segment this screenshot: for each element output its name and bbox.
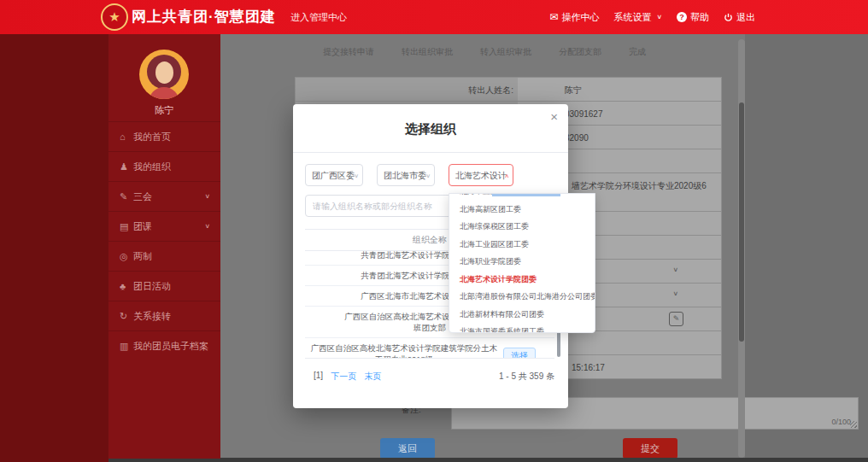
org-level-selects: 团广西区委 ∨ 团北海市委 ∨ 北海艺术设计 ∧ <box>305 164 513 186</box>
power-icon <box>724 13 733 22</box>
logout-button[interactable]: 退出 <box>724 11 755 24</box>
operation-center-button[interactable]: ✉ 操作中心 <box>549 11 599 24</box>
resize-handle-icon[interactable] <box>850 421 857 428</box>
sidebar-nav: ⌂我的首页 ♟我的组织 ✎三会 ∨ ▤团课 ∨ ◎两制 ♣团日活动 ↻关系接转 <box>108 121 220 360</box>
chevron-down-icon: ∨ <box>354 167 359 185</box>
envelope-icon: ✉ <box>549 11 558 23</box>
sidebar-username: 陈宁 <box>108 104 220 117</box>
edit-icon[interactable]: ✎ <box>669 312 683 326</box>
close-icon[interactable]: × <box>550 109 558 124</box>
step-label: 完成 <box>629 46 646 58</box>
home-icon: ⌂ <box>120 122 133 151</box>
dropdown-item[interactable]: 北部湾港股份有限公司北海港分公司团委 <box>449 288 595 306</box>
chevron-down-icon: ∨ <box>672 266 678 273</box>
page-number[interactable]: [1] <box>314 371 323 383</box>
step-label: 提交接转申请 <box>323 46 374 58</box>
table-scrollbar-thumb[interactable] <box>557 331 560 357</box>
city-select[interactable]: 团北海市委 ∨ <box>377 164 435 186</box>
sidebar-item-transfer[interactable]: ↻关系接转 <box>108 301 220 330</box>
dropdown-item[interactable]: 北海职业学院团委 <box>449 253 595 271</box>
app-root: ★ 网上共青团·智慧团建 进入管理中心 ✉ 操作中心 系统设置 ∨ ? 帮助 退… <box>0 0 868 462</box>
organization-select[interactable]: 北海艺术设计 ∧ <box>449 164 513 186</box>
dropdown-item[interactable]: 北港新材料有限公司团委 <box>449 306 595 324</box>
province-select[interactable]: 团广西区委 ∨ <box>305 164 363 186</box>
archive-icon: ▥ <box>120 331 133 360</box>
chevron-down-icon: ∨ <box>204 214 210 237</box>
chevron-down-icon: ∨ <box>425 167 431 185</box>
back-button[interactable]: 返回 <box>380 438 435 459</box>
league-emblem-icon: ★ <box>101 3 128 31</box>
sidebar-item-meetings[interactable]: ✎三会 ∨ <box>108 181 220 211</box>
submit-button[interactable]: 提交 <box>623 438 677 459</box>
form-row-name: 转出人姓名: 陈宁 <box>296 78 721 101</box>
meetings-icon: ✎ <box>120 182 133 211</box>
league-day-icon: ♣ <box>120 272 133 301</box>
next-page-link[interactable]: 下一页 <box>331 371 356 383</box>
chevron-down-icon: ∨ <box>204 184 210 208</box>
help-icon: ? <box>677 12 687 22</box>
dropdown-item[interactable]: 北海高新区团工委 <box>449 201 595 219</box>
last-page-link[interactable]: 末页 <box>364 371 381 383</box>
transfer-steps: 提交接转申请 转出组织审批 转入组织审批 分配团支部 完成 <box>323 46 682 58</box>
chevron-down-icon: ∨ <box>656 14 662 20</box>
sidebar: 陈宁 ⌂我的首页 ♟我的组织 ✎三会 ∨ ▤团课 ∨ ◎两制 ♣团日活动 <box>108 34 220 459</box>
dropdown-item[interactable]: 北海综保税区团工委 <box>449 218 595 236</box>
step-label: 分配团支部 <box>559 46 601 58</box>
transfer-icon: ↻ <box>120 301 133 330</box>
dropdown-highlight-strip <box>492 194 560 196</box>
dropdown-item[interactable]: 北海市国资委系统团工委 <box>449 323 595 333</box>
dropdown-item[interactable]: 北海工业园区团工委 <box>449 236 595 254</box>
organization-icon: ♟ <box>120 152 133 181</box>
sidebar-item-league-class[interactable]: ▤团课 ∨ <box>108 211 220 241</box>
organization-dropdown: 北海市直属机关团工委 北海高新区团工委 北海综保税区团工委 北海工业园区团工委 … <box>449 193 595 333</box>
chevron-down-icon: ∨ <box>672 290 678 297</box>
chevron-up-icon: ∧ <box>504 167 509 185</box>
sidebar-item-archive[interactable]: ▥我的团员电子档案 <box>108 330 220 360</box>
pagination: [1] 下一页 末页 <box>314 371 381 383</box>
sidebar-item-league-day[interactable]: ♣团日活动 <box>108 271 220 301</box>
char-counter: 0/100 <box>831 418 851 426</box>
help-button[interactable]: ? 帮助 <box>677 11 709 24</box>
app-title: 网上共青团·智慧团建 <box>132 0 276 34</box>
two-systems-icon: ◎ <box>120 242 133 271</box>
footer-bar <box>108 458 868 462</box>
step-label: 转出组织审批 <box>402 46 453 58</box>
header-actions: ✉ 操作中心 系统设置 ∨ ? 帮助 退出 <box>549 0 755 34</box>
sidebar-item-home[interactable]: ⌂我的首页 <box>108 121 220 151</box>
table-row: 广西区自治区高校北海艺术设计学院建筑学院分土木工程专业2018级 01班团支部 … <box>305 338 554 359</box>
scrollbar-thumb[interactable] <box>739 102 744 342</box>
sidebar-item-two-systems[interactable]: ◎两制 <box>108 241 220 271</box>
pagination-total: 1 - 5 共 359 条 <box>499 371 554 383</box>
league-class-icon: ▤ <box>120 212 133 241</box>
enter-admin-link[interactable]: 进入管理中心 <box>290 0 347 34</box>
step-label: 转入组织审批 <box>480 46 531 58</box>
sidebar-item-organization[interactable]: ♟我的组织 <box>108 151 220 181</box>
select-row-button[interactable]: 选择 <box>503 348 536 359</box>
avatar <box>139 50 189 99</box>
system-settings-menu[interactable]: 系统设置 ∨ <box>613 11 662 24</box>
modal-title: 选择组织 <box>293 121 568 137</box>
divider <box>293 152 568 153</box>
app-header: ★ 网上共青团·智慧团建 进入管理中心 ✉ 操作中心 系统设置 ∨ ? 帮助 退… <box>0 0 868 34</box>
page-scrollbar[interactable] <box>738 39 745 458</box>
dropdown-item-selected[interactable]: 北海艺术设计学院团委 <box>449 271 595 289</box>
